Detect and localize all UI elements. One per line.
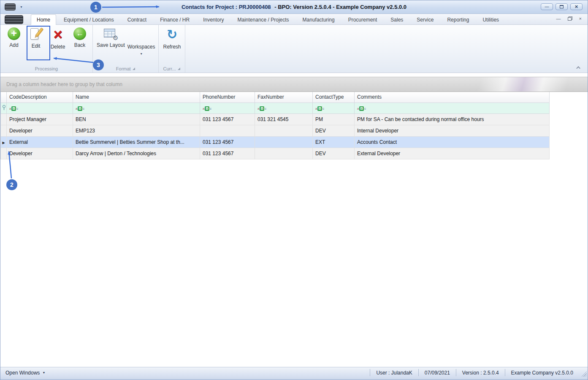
delete-button-label: Delete — [51, 44, 65, 50]
column-header-contacttype[interactable]: ContactType — [313, 92, 355, 102]
back-button-label: Back — [74, 42, 86, 48]
workspaces-dropdown-icon[interactable]: ▼ — [140, 52, 143, 55]
column-header-comments[interactable]: Comments — [355, 92, 550, 102]
row-indicator-cell — [1, 148, 7, 159]
cell-comments[interactable]: Accounts Contact — [355, 136, 550, 148]
cell-name[interactable]: Bettie Summervel | Betties Summer Shop a… — [73, 136, 200, 148]
cell-name[interactable]: Darcy Arrow | Derton / Technologies — [73, 148, 200, 159]
filter-cell-name[interactable]: aBc — [73, 102, 200, 113]
cell-contacttype[interactable]: DEV — [313, 148, 355, 159]
table-row[interactable]: Developer Darcy Arrow | Derton / Technol… — [1, 148, 550, 159]
cell-faxnumber[interactable] — [255, 136, 313, 148]
column-header-codedescription[interactable]: CodeDescription — [7, 92, 73, 102]
open-windows-label: Open Windows — [5, 370, 40, 376]
cell-codedescription[interactable]: Developer — [7, 125, 73, 136]
tab-sales[interactable]: Sales — [385, 14, 409, 24]
cell-comments[interactable]: Internal Developer — [355, 125, 550, 136]
cell-phonenumber[interactable]: 031 123 4567 — [200, 113, 255, 125]
tab-manufacturing[interactable]: Manufacturing — [297, 14, 341, 24]
cell-phonenumber[interactable]: 031 123 4567 — [200, 148, 255, 159]
cell-faxnumber[interactable] — [255, 125, 313, 136]
ribbon: + Add Edit × Delete ← Back Processing — [0, 25, 588, 73]
cell-phonenumber[interactable] — [200, 125, 255, 136]
window-title: Contacts for Project : PRJ0000408 - BPO:… — [182, 4, 406, 10]
abc-filter-icon: aBc — [203, 106, 211, 111]
table-row[interactable]: Developer EMP123 DEV Internal Developer — [1, 125, 550, 136]
cell-comments[interactable]: PM for SA - Can be contacted during norm… — [355, 113, 550, 125]
tab-utilities[interactable]: Utilities — [477, 14, 505, 24]
ribbon-group-format: ⚙ Save Layout Workspaces ▼ Format — [93, 25, 159, 73]
cell-contacttype[interactable]: DEV — [313, 125, 355, 136]
tab-procurement[interactable]: Procurement — [342, 14, 383, 24]
tab-finance-hr[interactable]: Finance / HR — [154, 14, 195, 24]
cell-faxnumber[interactable] — [255, 148, 313, 159]
back-button[interactable]: ← Back — [69, 26, 91, 48]
cell-phonenumber[interactable]: 031 123 4567 — [200, 136, 255, 148]
tab-home[interactable]: Home — [31, 14, 56, 25]
cell-name[interactable]: EMP123 — [73, 125, 200, 136]
column-header-row: CodeDescription Name PhoneNumber FaxNumb… — [1, 92, 550, 102]
cell-codedescription[interactable]: Project Manager — [7, 113, 73, 125]
maximize-button[interactable] — [555, 3, 568, 10]
dialog-launcher-icon[interactable] — [133, 67, 135, 70]
resize-grip[interactable] — [581, 371, 587, 377]
edit-button-label: Edit — [32, 43, 41, 49]
mdi-restore-icon[interactable] — [568, 16, 572, 21]
mdi-minimize-icon[interactable]: — — [556, 16, 561, 21]
cell-codedescription[interactable]: Developer — [7, 148, 73, 159]
cell-contacttype[interactable]: PM — [313, 113, 355, 125]
edit-button[interactable]: Edit — [25, 26, 47, 49]
close-button[interactable]: × — [570, 3, 583, 10]
filter-cell-phonenumber[interactable]: aBc — [200, 102, 255, 113]
add-button-label: Add — [9, 42, 18, 48]
tab-service[interactable]: Service — [411, 14, 439, 24]
app-logo-icon[interactable] — [5, 3, 16, 11]
cell-codedescription[interactable]: External — [7, 136, 73, 148]
refresh-button[interactable]: ↻ Refresh — [161, 26, 183, 50]
quick-access-dropdown-icon[interactable]: ▼ — [20, 5, 23, 8]
workspaces-button-label: Workspaces — [127, 44, 155, 50]
refresh-button-label: Refresh — [163, 44, 181, 50]
ribbon-tabs: Home Equipment / Locations Contract Fina… — [31, 14, 505, 24]
ribbon-tab-bar: Home Equipment / Locations Contract Fina… — [0, 14, 588, 25]
decorative-swoosh — [444, 77, 588, 92]
cell-contacttype[interactable]: EXT — [313, 136, 355, 148]
dialog-launcher-icon[interactable] — [178, 67, 180, 70]
delete-button[interactable]: × Delete — [47, 26, 69, 50]
save-layout-button[interactable]: ⚙ Save Layout — [95, 26, 126, 48]
ribbon-collapse-button[interactable] — [576, 65, 582, 70]
row-arrow-icon: ▶ — [2, 141, 5, 145]
column-header-faxnumber[interactable]: FaxNumber — [255, 92, 313, 102]
status-user: User : JulandaK — [370, 369, 418, 376]
tab-reporting[interactable]: Reporting — [441, 14, 475, 24]
cell-faxnumber[interactable]: 031 321 4545 — [255, 113, 313, 125]
group-by-panel[interactable]: Drag a column header here to group by th… — [0, 77, 588, 92]
column-header-phonenumber[interactable]: PhoneNumber — [200, 92, 255, 102]
cell-name[interactable]: BEN — [73, 113, 200, 125]
filter-cell-faxnumber[interactable]: aBc — [255, 102, 313, 113]
application-menu-button[interactable] — [5, 15, 23, 24]
tab-equipment-locations[interactable]: Equipment / Locations — [58, 14, 120, 24]
filter-cell-codedescription[interactable]: aBc — [7, 102, 73, 113]
column-header-name[interactable]: Name — [73, 92, 200, 102]
status-date: 07/09/2021 — [418, 369, 456, 376]
minimize-button[interactable]: — — [541, 3, 553, 10]
abc-filter-icon: aBc — [357, 106, 366, 111]
refresh-icon: ↻ — [167, 27, 177, 42]
tab-inventory[interactable]: Inventory — [197, 14, 230, 24]
tab-maintenance-projects[interactable]: Maintenance / Projects — [232, 14, 295, 24]
filter-cell-comments[interactable]: aBc — [355, 102, 550, 113]
cell-comments[interactable]: External Developer — [355, 148, 550, 159]
add-button[interactable]: + Add — [3, 26, 25, 48]
save-layout-icon: ⚙ — [104, 27, 117, 40]
table-row-selected[interactable]: ▶ External Bettie Summervel | Betties Su… — [1, 136, 550, 148]
tab-contract[interactable]: Contract — [122, 14, 152, 24]
contacts-table: CodeDescription Name PhoneNumber FaxNumb… — [0, 92, 550, 159]
workspaces-button[interactable]: Workspaces ▼ — [126, 26, 157, 55]
ribbon-group-processing: + Add Edit × Delete ← Back Processing — [0, 25, 93, 73]
open-windows-dropdown[interactable]: Open Windows ▼ — [5, 370, 45, 376]
ribbon-group-current: ↻ Refresh Curr... — [159, 25, 185, 73]
mdi-close-icon[interactable]: × — [579, 16, 582, 21]
table-row[interactable]: Project Manager BEN 031 123 4567 031 321… — [1, 113, 550, 125]
filter-cell-contacttype[interactable]: aBc — [313, 102, 355, 113]
